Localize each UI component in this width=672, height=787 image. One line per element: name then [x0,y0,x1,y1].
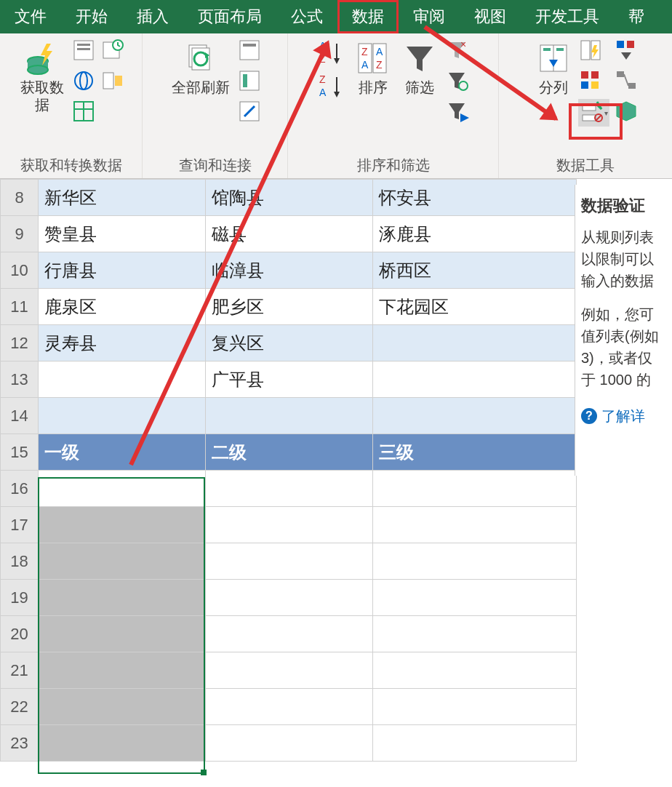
cell[interactable] [373,652,577,689]
row-header[interactable]: 23 [1,725,39,762]
tab-data[interactable]: 数据 [337,0,399,33]
from-table-icon[interactable] [71,99,96,124]
cell[interactable] [373,725,577,762]
tab-help[interactable]: 帮 [614,0,659,33]
sheet-grid[interactable]: 8新华区馆陶县怀安县9赞皇县磁县涿鹿县10行唐县临漳县桥西区11鹿泉区肥乡区下花… [0,179,577,762]
tab-formulas[interactable]: 公式 [276,0,337,33]
recent-sources-icon[interactable] [100,38,125,63]
row-header[interactable]: 13 [1,361,39,398]
cell[interactable]: 三级 [373,434,577,471]
row-header[interactable]: 9 [1,216,39,252]
row-header[interactable]: 19 [1,580,39,616]
cell[interactable] [373,689,577,725]
cell[interactable] [206,725,373,762]
tab-review[interactable]: 审阅 [399,0,460,33]
cell[interactable] [373,325,577,361]
row-header[interactable]: 12 [1,325,39,361]
selection-fill-handle[interactable] [201,770,207,775]
row-header[interactable]: 16 [1,471,39,507]
row-header[interactable]: 17 [1,507,39,543]
cell[interactable] [39,398,206,434]
reapply-icon[interactable] [446,68,471,93]
cell[interactable] [373,361,577,398]
tab-home[interactable]: 开始 [61,0,122,33]
cell[interactable]: 赞皇县 [39,216,206,252]
row-header[interactable]: 22 [1,689,39,725]
cell[interactable] [206,507,373,543]
cell[interactable]: 馆陶县 [206,180,373,216]
cell[interactable]: 行唐县 [39,252,206,289]
queries-connections-icon[interactable] [237,38,262,63]
cell[interactable]: 二级 [206,434,373,471]
cell[interactable]: 灵寿县 [39,325,206,361]
cell[interactable] [206,398,373,434]
cell[interactable]: 一级 [39,434,206,471]
consolidate-icon[interactable] [614,38,639,63]
cell[interactable]: 肥乡区 [206,289,373,325]
cell[interactable]: 涿鹿县 [373,216,577,252]
text-to-columns-button[interactable]: 分列 [533,38,574,127]
cell[interactable]: 新华区 [39,180,206,216]
sort-button[interactable]: ZAAZ 排序 [353,38,393,99]
cell[interactable]: 下花园区 [373,289,577,325]
cell[interactable] [39,652,206,689]
cell[interactable] [373,471,577,507]
refresh-all-button[interactable]: 全部刷新 [169,38,233,124]
remove-duplicates-icon[interactable] [578,68,603,93]
from-web-icon[interactable] [71,68,96,93]
cell[interactable]: 临漳县 [206,252,373,289]
tab-file[interactable]: 文件 [0,0,61,33]
tooltip-learn-more-link[interactable]: ? 了解详 [581,405,666,427]
row-header[interactable]: 11 [1,289,39,325]
cell[interactable]: 鹿泉区 [39,289,206,325]
row-header[interactable]: 20 [1,616,39,652]
cell[interactable] [39,543,206,580]
cell[interactable] [39,689,206,725]
cell[interactable] [206,543,373,580]
tab-developer[interactable]: 开发工具 [521,0,614,33]
advanced-filter-icon[interactable] [446,99,471,124]
row-header[interactable]: 15 [1,434,39,471]
edit-links-icon[interactable] [237,99,262,124]
clear-filter-icon[interactable]: × [446,38,471,63]
tab-view[interactable]: 视图 [460,0,521,33]
cell[interactable] [373,616,577,652]
cell[interactable] [39,725,206,762]
cell[interactable] [206,652,373,689]
tab-insert[interactable]: 插入 [122,0,183,33]
flash-fill-icon[interactable] [578,38,603,63]
cell[interactable] [39,580,206,616]
row-header[interactable]: 21 [1,652,39,689]
filter-button[interactable]: 筛选 [399,38,440,99]
cell[interactable] [373,543,577,580]
cell[interactable] [206,689,373,725]
data-validation-button[interactable]: ▾ [578,99,609,127]
cell[interactable] [39,471,206,507]
manage-data-model-icon[interactable] [614,99,639,124]
row-header[interactable]: 14 [1,398,39,434]
row-header[interactable]: 8 [1,180,39,216]
cell[interactable] [39,361,206,398]
relationships-icon[interactable] [614,68,639,93]
properties-icon[interactable] [237,68,262,93]
cell[interactable] [373,398,577,434]
row-header[interactable]: 10 [1,252,39,289]
cell[interactable] [39,507,206,543]
tab-page-layout[interactable]: 页面布局 [183,0,276,33]
cell[interactable] [206,616,373,652]
cell[interactable]: 复兴区 [206,325,373,361]
from-text-icon[interactable] [71,38,96,63]
existing-connections-icon[interactable] [100,68,125,93]
cell[interactable]: 怀安县 [373,180,577,216]
cell[interactable] [373,580,577,616]
cell[interactable] [206,580,373,616]
cell[interactable] [206,471,373,507]
get-data-button[interactable]: 获取数 据 [17,38,67,124]
cell[interactable]: 广平县 [206,361,373,398]
cell[interactable] [373,507,577,543]
sort-za-icon[interactable]: ZA [316,71,347,102]
cell[interactable] [39,616,206,652]
cell[interactable]: 磁县 [206,216,373,252]
row-header[interactable]: 18 [1,543,39,580]
sort-az-icon[interactable]: AZ [316,38,347,68]
